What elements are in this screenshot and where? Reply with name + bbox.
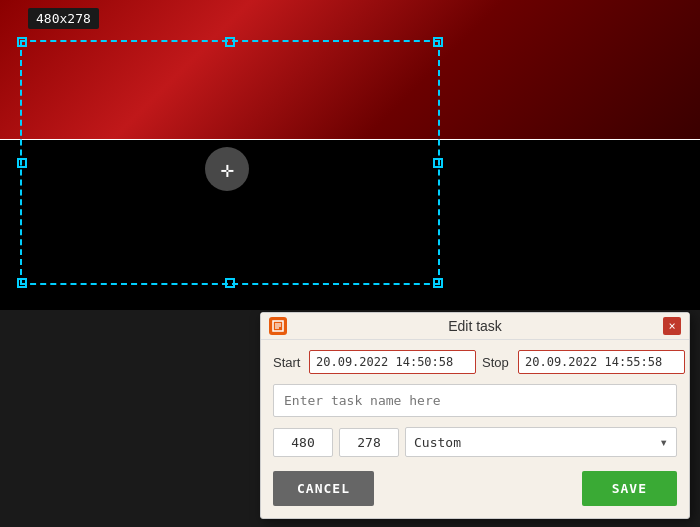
background-bottom (0, 140, 700, 310)
stop-label: Stop (482, 355, 512, 370)
preset-dropdown-value: Custom (414, 435, 461, 450)
cancel-button[interactable]: CANCEL (273, 471, 374, 506)
dialog-titlebar: Edit task × (261, 313, 689, 340)
width-input[interactable] (273, 428, 333, 457)
start-label: Start (273, 355, 303, 370)
dialog-title: Edit task (287, 318, 663, 334)
dialog-body: Start Stop Custom ▾ CANCEL SAVE (261, 340, 689, 518)
move-handle[interactable]: ✛ (205, 147, 249, 191)
preset-dropdown[interactable]: Custom ▾ (405, 427, 677, 457)
time-row: Start Stop (273, 350, 677, 374)
button-row: CANCEL SAVE (273, 467, 677, 508)
background-top (0, 0, 700, 140)
task-name-input[interactable] (273, 384, 677, 417)
close-button[interactable]: × (663, 317, 681, 335)
edit-task-dialog: Edit task × Start Stop Custom ▾ CANCEL S… (260, 312, 690, 519)
stop-time-input[interactable] (518, 350, 685, 374)
dialog-app-icon (269, 317, 287, 335)
chevron-down-icon: ▾ (660, 434, 668, 450)
dimensions-row: Custom ▾ (273, 427, 677, 457)
size-label: 480x278 (28, 8, 99, 29)
save-button[interactable]: SAVE (582, 471, 677, 506)
start-time-input[interactable] (309, 350, 476, 374)
height-input[interactable] (339, 428, 399, 457)
canvas-area: 480x278 ✛ (0, 0, 700, 310)
